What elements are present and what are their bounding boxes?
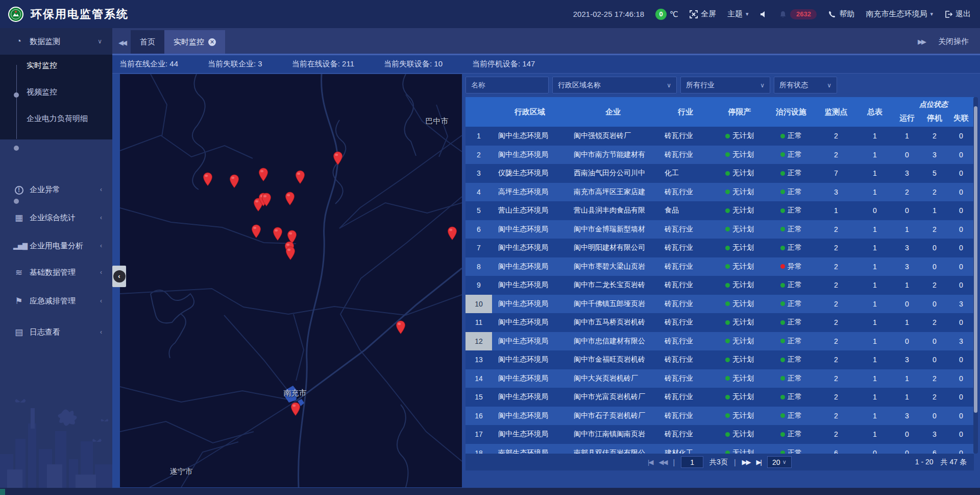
page-size-select[interactable]: 20 ∨ — [767, 456, 792, 468]
cell-points: 2 — [816, 407, 856, 426]
cell-points: 2 — [816, 425, 856, 444]
close-operations-button[interactable]: 关闭操作 — [938, 37, 969, 46]
tab-realtime-monitor[interactable]: 实时监控✕ — [164, 30, 225, 54]
cell-industry: 砖瓦行业 — [658, 369, 713, 388]
bottom-band — [0, 488, 980, 495]
tabs-scroll-right-icon[interactable]: ▶▶ — [918, 38, 925, 45]
table-row[interactable]: 16阆中生态环境局阆中市石子页岩机砖厂砖瓦行业无计划正常21300 — [465, 407, 974, 426]
map-pin-icon[interactable] — [203, 172, 213, 186]
chevron-left-icon: ‹ — [100, 214, 102, 221]
status-dot-green-icon — [780, 358, 785, 362]
last-page-button[interactable]: ▶| — [756, 458, 761, 466]
sidebar-item-data-monitoring[interactable]: ◔ 数据监测 ∨ — [0, 28, 112, 55]
map-panel[interactable]: 巴中市南充市遂宁市 — [120, 74, 462, 487]
cell-industry: 砖瓦行业 — [658, 183, 713, 202]
map-pin-icon[interactable] — [285, 192, 295, 206]
sidebar-item-1[interactable]: !企业异常‹ — [0, 179, 112, 200]
map-pin-icon[interactable] — [295, 170, 305, 184]
cell-lost: 0 — [948, 239, 974, 257]
map-pin-icon[interactable] — [285, 246, 296, 261]
table-row[interactable]: 7阆中生态环境局阆中明阳建材有限公司砖瓦行业无计划正常21300 — [465, 239, 974, 257]
cell-points: 2 — [816, 220, 856, 239]
fullscreen-button[interactable]: 全屏 — [690, 9, 716, 19]
row-index: 3 — [465, 164, 492, 183]
cell-stop-limit: 无计划 — [713, 313, 767, 332]
app-title: 环保用电监管系统 — [31, 7, 129, 22]
table-row[interactable]: 2阆中生态环境局阆中市南方节能建材有砖瓦行业无计划正常21030 — [465, 146, 974, 164]
map-pin-icon[interactable] — [258, 168, 268, 182]
cell-region: 阆中生态环境局 — [492, 388, 568, 407]
cell-meters: 1 — [856, 146, 893, 164]
table-row[interactable]: 15阆中生态环境局阆中市光富页岩机砖厂砖瓦行业无计划正常21120 — [465, 388, 974, 407]
cell-region: 阆中生态环境局 — [492, 350, 568, 369]
table-body: 1阆中生态环境局阆中强锐页岩砖厂砖瓦行业无计划正常211202阆中生态环境局阆中… — [465, 127, 974, 454]
row-index: 11 — [465, 313, 492, 332]
theme-dropdown[interactable]: 主题 ▾ — [727, 9, 749, 19]
map-pin-icon[interactable] — [447, 226, 457, 241]
table-row[interactable]: 6阆中生态环境局阆中市金博瑞新型墙材砖瓦行业无计划正常21120 — [465, 220, 974, 239]
map-collapse-toggle[interactable]: ‹ — [112, 266, 126, 287]
cell-stop-limit: 无计划 — [713, 220, 767, 239]
map-pin-icon[interactable] — [261, 193, 272, 207]
logout-button[interactable]: 退出 — [944, 9, 971, 19]
sidebar-item-2[interactable]: ▦企业综合统计‹ — [0, 207, 112, 228]
table-row[interactable]: 8阆中生态环境局阆中市枣碧大梁山页岩砖瓦行业无计划异常21300 — [465, 257, 974, 276]
cell-facility: 正常 — [767, 295, 816, 314]
map-pin-icon[interactable] — [229, 174, 239, 188]
status-select[interactable]: 所有状态 ∨ — [774, 77, 837, 93]
sidebar-item-5[interactable]: ⚑应急减排管理‹ — [0, 291, 112, 311]
col-region: 行政区域 — [492, 97, 568, 127]
table-row[interactable]: 13阆中生态环境局阆中市金福旺页岩机砖砖瓦行业无计划正常21300 — [465, 350, 974, 369]
table-row[interactable]: 10阆中生态环境局阆中千佛镇五郎垭页岩砖瓦行业无计划正常21003 — [465, 295, 974, 314]
region-select[interactable]: 行政区域名称 ∨ — [552, 77, 677, 93]
cell-enterprise: 营山县润丰肉食品有限 — [568, 201, 658, 220]
close-icon[interactable]: ✕ — [208, 38, 216, 46]
cell-lost: 0 — [948, 350, 974, 369]
map-pin-icon[interactable] — [396, 320, 406, 335]
table-row[interactable]: 12阆中生态环境局阆中市忠信建材有限公砖瓦行业无计划正常21003 — [465, 332, 974, 351]
industry-select[interactable]: 所有行业 ∨ — [680, 77, 770, 93]
table-row[interactable]: 9阆中生态环境局阆中市二龙长宝页岩砖砖瓦行业无计划正常21120 — [465, 276, 974, 295]
status-dot-green-icon — [725, 246, 730, 250]
sidebar-item-3[interactable]: ▂▅▇企业用电量分析‹ — [0, 235, 112, 256]
sidebar-item-6[interactable]: ▤日志查看‹ — [0, 322, 112, 342]
phone-icon — [828, 10, 836, 18]
speaker-icon[interactable] — [760, 10, 768, 18]
table-row[interactable]: 4高坪生态环境局南充市高坪区王家店建砖瓦行业无计划正常31220 — [465, 183, 974, 202]
map-pin-icon[interactable] — [333, 151, 343, 166]
sidebar-subitem-1[interactable]: 实时监控 — [0, 58, 112, 73]
sidebar-item-4[interactable]: ≋基础数据管理‹ — [0, 262, 112, 282]
sidebar-subitem-3[interactable]: 企业电力负荷明细 — [0, 111, 112, 126]
first-page-button[interactable]: |◀ — [648, 458, 652, 466]
cell-run: 1 — [893, 313, 921, 332]
table-row[interactable]: 14阆中生态环境局阆中大兴页岩机砖厂砖瓦行业无计划正常21120 — [465, 369, 974, 388]
table-row[interactable]: 3仪陇生态环境局西南油气田分公司川中化工无计划正常71350 — [465, 164, 974, 183]
monitor-gauge-icon: ◔ — [13, 36, 24, 46]
sidebar-subitem-2[interactable]: 视频监控 — [0, 84, 112, 100]
tab-home[interactable]: 首页 — [131, 30, 164, 54]
table-row[interactable]: 17阆中生态环境局阆中市江南镇阆南页岩砖瓦行业无计划正常21030 — [465, 425, 974, 444]
name-search-input[interactable]: 名称 — [465, 77, 549, 93]
table-row[interactable]: 5营山生态环境局营山县润丰肉食品有限食品无计划正常10010 — [465, 201, 974, 220]
table-scrollbar[interactable] — [973, 97, 978, 454]
map-pin-icon[interactable] — [290, 402, 301, 416]
sidebar-item-label: 日志查看 — [30, 327, 60, 337]
page-number-input[interactable]: 1 — [681, 456, 703, 468]
help-button[interactable]: 帮助 — [828, 9, 854, 19]
user-dropdown[interactable]: 南充市生态环境局 ▾ — [866, 9, 933, 19]
tabs-scroll-left-icon[interactable]: ◀◀ — [118, 39, 126, 46]
cell-meters: 1 — [856, 239, 893, 257]
next-page-button[interactable]: ▶▶ — [742, 458, 750, 466]
table-row[interactable]: 11阆中生态环境局阆中市五马桥页岩机砖砖瓦行业无计划正常21120 — [465, 313, 974, 332]
prev-page-button[interactable]: ◀◀ — [658, 458, 667, 466]
map-pin-icon[interactable] — [273, 227, 283, 241]
map-pin-icon[interactable] — [251, 224, 261, 239]
table-row[interactable]: 18南部生态环境局南部县双佳页岩有限公建材化工无计划正常60060 — [465, 444, 974, 454]
cell-industry: 砖瓦行业 — [658, 127, 713, 146]
cell-points: 2 — [816, 388, 856, 407]
table-row[interactable]: 1阆中生态环境局阆中强锐页岩砖厂砖瓦行业无计划正常21120 — [465, 127, 974, 146]
cell-region: 阆中生态环境局 — [492, 332, 568, 351]
scrollbar-thumb[interactable] — [974, 106, 977, 413]
notification-area[interactable]: 2632 — [779, 9, 817, 19]
status-dot-green-icon — [780, 208, 785, 213]
